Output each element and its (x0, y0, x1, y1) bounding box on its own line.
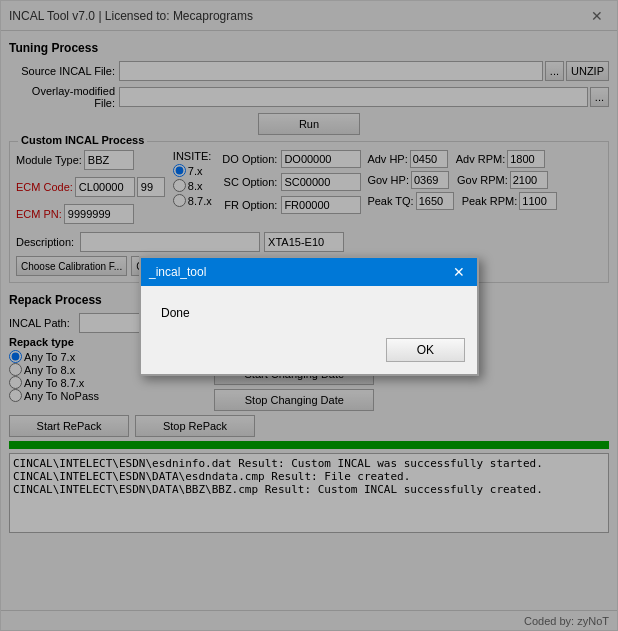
modal-ok-button[interactable]: OK (386, 338, 465, 362)
modal-footer: OK (141, 330, 477, 374)
modal-overlay: _incal_tool ✕ Done OK (1, 1, 617, 630)
modal-dialog: _incal_tool ✕ Done OK (139, 256, 479, 376)
modal-title-bar: _incal_tool ✕ (141, 258, 477, 286)
modal-message: Done (161, 306, 190, 320)
main-window: INCAL Tool v7.0 | Licensed to: Mecaprogr… (0, 0, 618, 631)
modal-title: _incal_tool (149, 265, 206, 279)
modal-close-button[interactable]: ✕ (449, 264, 469, 280)
modal-body: Done (141, 286, 477, 330)
